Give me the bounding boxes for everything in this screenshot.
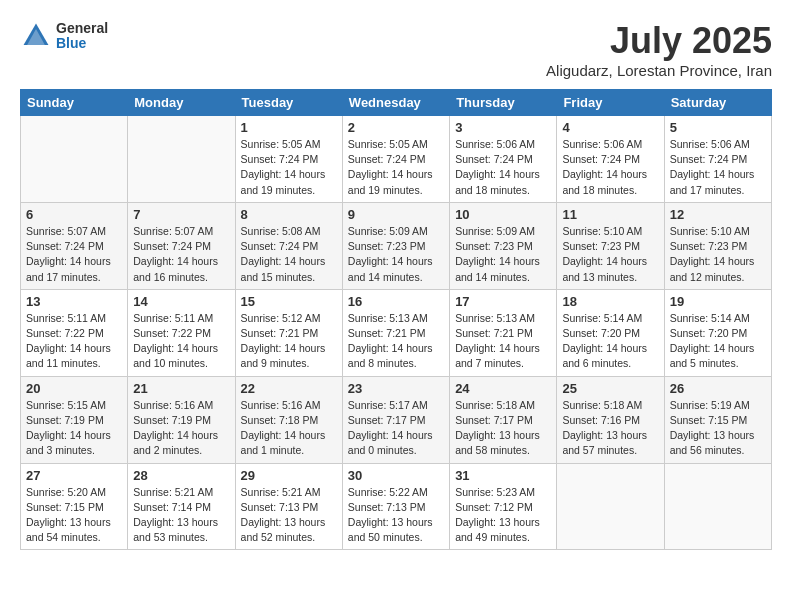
day-cell: 9Sunrise: 5:09 AMSunset: 7:23 PMDaylight… <box>342 202 449 289</box>
month-title: July 2025 <box>546 20 772 62</box>
day-number: 26 <box>670 381 766 396</box>
day-info: Sunrise: 5:09 AMSunset: 7:23 PMDaylight:… <box>455 224 551 285</box>
day-cell: 16Sunrise: 5:13 AMSunset: 7:21 PMDayligh… <box>342 289 449 376</box>
day-number: 20 <box>26 381 122 396</box>
day-info: Sunrise: 5:10 AMSunset: 7:23 PMDaylight:… <box>670 224 766 285</box>
day-cell: 31Sunrise: 5:23 AMSunset: 7:12 PMDayligh… <box>450 463 557 550</box>
day-info: Sunrise: 5:13 AMSunset: 7:21 PMDaylight:… <box>455 311 551 372</box>
day-number: 28 <box>133 468 229 483</box>
day-cell <box>557 463 664 550</box>
day-info: Sunrise: 5:21 AMSunset: 7:13 PMDaylight:… <box>241 485 337 546</box>
logo: General Blue <box>20 20 108 52</box>
day-cell: 28Sunrise: 5:21 AMSunset: 7:14 PMDayligh… <box>128 463 235 550</box>
weekday-header-tuesday: Tuesday <box>235 90 342 116</box>
day-info: Sunrise: 5:14 AMSunset: 7:20 PMDaylight:… <box>670 311 766 372</box>
week-row-4: 20Sunrise: 5:15 AMSunset: 7:19 PMDayligh… <box>21 376 772 463</box>
day-cell: 18Sunrise: 5:14 AMSunset: 7:20 PMDayligh… <box>557 289 664 376</box>
day-number: 5 <box>670 120 766 135</box>
logo-general: General <box>56 21 108 36</box>
day-info: Sunrise: 5:05 AMSunset: 7:24 PMDaylight:… <box>241 137 337 198</box>
day-number: 23 <box>348 381 444 396</box>
day-number: 12 <box>670 207 766 222</box>
day-info: Sunrise: 5:21 AMSunset: 7:14 PMDaylight:… <box>133 485 229 546</box>
day-number: 6 <box>26 207 122 222</box>
day-cell <box>128 116 235 203</box>
day-info: Sunrise: 5:05 AMSunset: 7:24 PMDaylight:… <box>348 137 444 198</box>
day-number: 17 <box>455 294 551 309</box>
day-cell: 12Sunrise: 5:10 AMSunset: 7:23 PMDayligh… <box>664 202 771 289</box>
day-cell: 10Sunrise: 5:09 AMSunset: 7:23 PMDayligh… <box>450 202 557 289</box>
day-cell: 15Sunrise: 5:12 AMSunset: 7:21 PMDayligh… <box>235 289 342 376</box>
day-info: Sunrise: 5:06 AMSunset: 7:24 PMDaylight:… <box>562 137 658 198</box>
day-cell: 26Sunrise: 5:19 AMSunset: 7:15 PMDayligh… <box>664 376 771 463</box>
day-number: 19 <box>670 294 766 309</box>
day-number: 2 <box>348 120 444 135</box>
day-cell: 25Sunrise: 5:18 AMSunset: 7:16 PMDayligh… <box>557 376 664 463</box>
day-cell: 13Sunrise: 5:11 AMSunset: 7:22 PMDayligh… <box>21 289 128 376</box>
day-info: Sunrise: 5:15 AMSunset: 7:19 PMDaylight:… <box>26 398 122 459</box>
day-cell: 21Sunrise: 5:16 AMSunset: 7:19 PMDayligh… <box>128 376 235 463</box>
day-info: Sunrise: 5:06 AMSunset: 7:24 PMDaylight:… <box>455 137 551 198</box>
day-info: Sunrise: 5:17 AMSunset: 7:17 PMDaylight:… <box>348 398 444 459</box>
weekday-header-thursday: Thursday <box>450 90 557 116</box>
weekday-header-monday: Monday <box>128 90 235 116</box>
day-info: Sunrise: 5:11 AMSunset: 7:22 PMDaylight:… <box>26 311 122 372</box>
day-number: 29 <box>241 468 337 483</box>
day-number: 1 <box>241 120 337 135</box>
day-info: Sunrise: 5:07 AMSunset: 7:24 PMDaylight:… <box>26 224 122 285</box>
day-cell: 17Sunrise: 5:13 AMSunset: 7:21 PMDayligh… <box>450 289 557 376</box>
title-block: July 2025 Aligudarz, Lorestan Province, … <box>546 20 772 79</box>
weekday-header-sunday: Sunday <box>21 90 128 116</box>
day-info: Sunrise: 5:10 AMSunset: 7:23 PMDaylight:… <box>562 224 658 285</box>
day-cell: 22Sunrise: 5:16 AMSunset: 7:18 PMDayligh… <box>235 376 342 463</box>
day-cell: 19Sunrise: 5:14 AMSunset: 7:20 PMDayligh… <box>664 289 771 376</box>
weekday-header-friday: Friday <box>557 90 664 116</box>
day-number: 24 <box>455 381 551 396</box>
day-cell: 8Sunrise: 5:08 AMSunset: 7:24 PMDaylight… <box>235 202 342 289</box>
day-cell <box>21 116 128 203</box>
day-number: 9 <box>348 207 444 222</box>
day-number: 22 <box>241 381 337 396</box>
day-number: 25 <box>562 381 658 396</box>
week-row-2: 6Sunrise: 5:07 AMSunset: 7:24 PMDaylight… <box>21 202 772 289</box>
day-info: Sunrise: 5:06 AMSunset: 7:24 PMDaylight:… <box>670 137 766 198</box>
day-info: Sunrise: 5:07 AMSunset: 7:24 PMDaylight:… <box>133 224 229 285</box>
day-info: Sunrise: 5:13 AMSunset: 7:21 PMDaylight:… <box>348 311 444 372</box>
day-cell: 23Sunrise: 5:17 AMSunset: 7:17 PMDayligh… <box>342 376 449 463</box>
weekday-header-row: SundayMondayTuesdayWednesdayThursdayFrid… <box>21 90 772 116</box>
day-info: Sunrise: 5:23 AMSunset: 7:12 PMDaylight:… <box>455 485 551 546</box>
day-number: 18 <box>562 294 658 309</box>
day-cell: 3Sunrise: 5:06 AMSunset: 7:24 PMDaylight… <box>450 116 557 203</box>
day-number: 3 <box>455 120 551 135</box>
day-info: Sunrise: 5:18 AMSunset: 7:17 PMDaylight:… <box>455 398 551 459</box>
day-cell: 5Sunrise: 5:06 AMSunset: 7:24 PMDaylight… <box>664 116 771 203</box>
day-number: 16 <box>348 294 444 309</box>
day-info: Sunrise: 5:16 AMSunset: 7:18 PMDaylight:… <box>241 398 337 459</box>
day-info: Sunrise: 5:19 AMSunset: 7:15 PMDaylight:… <box>670 398 766 459</box>
day-cell: 11Sunrise: 5:10 AMSunset: 7:23 PMDayligh… <box>557 202 664 289</box>
day-number: 31 <box>455 468 551 483</box>
day-cell: 2Sunrise: 5:05 AMSunset: 7:24 PMDaylight… <box>342 116 449 203</box>
day-cell: 24Sunrise: 5:18 AMSunset: 7:17 PMDayligh… <box>450 376 557 463</box>
day-cell <box>664 463 771 550</box>
day-cell: 6Sunrise: 5:07 AMSunset: 7:24 PMDaylight… <box>21 202 128 289</box>
day-number: 8 <box>241 207 337 222</box>
day-info: Sunrise: 5:08 AMSunset: 7:24 PMDaylight:… <box>241 224 337 285</box>
day-number: 14 <box>133 294 229 309</box>
weekday-header-wednesday: Wednesday <box>342 90 449 116</box>
day-cell: 1Sunrise: 5:05 AMSunset: 7:24 PMDaylight… <box>235 116 342 203</box>
day-info: Sunrise: 5:20 AMSunset: 7:15 PMDaylight:… <box>26 485 122 546</box>
week-row-5: 27Sunrise: 5:20 AMSunset: 7:15 PMDayligh… <box>21 463 772 550</box>
calendar-table: SundayMondayTuesdayWednesdayThursdayFrid… <box>20 89 772 550</box>
logo-icon <box>20 20 52 52</box>
day-number: 13 <box>26 294 122 309</box>
logo-text: General Blue <box>56 21 108 52</box>
location: Aligudarz, Lorestan Province, Iran <box>546 62 772 79</box>
day-number: 30 <box>348 468 444 483</box>
day-cell: 20Sunrise: 5:15 AMSunset: 7:19 PMDayligh… <box>21 376 128 463</box>
day-cell: 7Sunrise: 5:07 AMSunset: 7:24 PMDaylight… <box>128 202 235 289</box>
day-info: Sunrise: 5:12 AMSunset: 7:21 PMDaylight:… <box>241 311 337 372</box>
day-info: Sunrise: 5:09 AMSunset: 7:23 PMDaylight:… <box>348 224 444 285</box>
day-number: 21 <box>133 381 229 396</box>
weekday-header-saturday: Saturday <box>664 90 771 116</box>
